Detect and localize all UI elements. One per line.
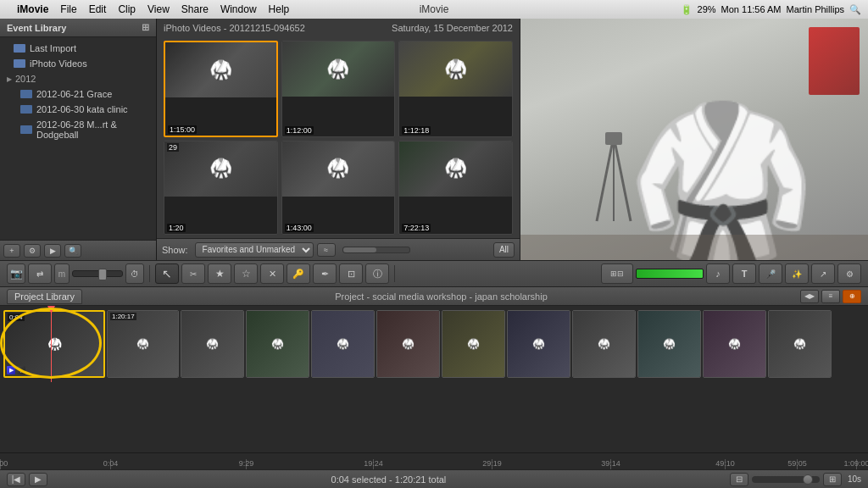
ruler-mark: 9:29 [246, 459, 247, 469]
library-item-iphoto[interactable]: iPhoto Videos [0, 56, 156, 71]
timeline-clip-10[interactable]: 🥋 [637, 310, 701, 378]
share-button[interactable]: ↗ [811, 263, 835, 284]
volume-slider[interactable] [342, 247, 410, 253]
grid-view-button[interactable]: ⊞⊟ [601, 263, 633, 284]
clock: Mon 11:56 AM [721, 4, 782, 14]
timeline-view-controls: ◀▶ ≡ ⊕ [800, 290, 861, 303]
star-tool[interactable]: ★ [208, 263, 231, 284]
zoom-out-button[interactable]: ⊟ [730, 473, 748, 486]
library-controls: + ⚙ ▶ 🔍 [0, 240, 156, 260]
music-button[interactable]: ♪ [706, 263, 730, 284]
key-tool[interactable]: 🔑 [287, 263, 310, 284]
event-icon-grace [20, 90, 32, 98]
audio-wave-button[interactable]: ≈ [317, 243, 336, 257]
menu-imovie[interactable]: iMovie [17, 3, 48, 15]
timeline-clip-3[interactable]: 🥋 [181, 310, 244, 378]
zoom-slider[interactable] [752, 476, 820, 483]
pointer-tool[interactable]: ↖ [155, 263, 179, 284]
view-btn-3[interactable]: ⊕ [843, 290, 861, 303]
ruler-label: 39:14 [601, 459, 620, 468]
play-button[interactable]: ▶ [44, 244, 61, 258]
ruler-label: 0:00 [0, 459, 8, 468]
event-library-panel: Event Library ⊞ Last Import iPhoto Video… [0, 19, 157, 260]
duration-button[interactable]: ⏱ [125, 263, 144, 284]
svg-line-0 [597, 136, 614, 221]
menu-clip[interactable]: Clip [118, 3, 136, 15]
timeline-clip-2[interactable]: 🥋 1:20:17 [107, 310, 179, 378]
settings-tool-button[interactable]: ⚙ [837, 263, 861, 284]
event-browser-panel: iPhoto Videos - 20121215-094652 Saturday… [157, 19, 520, 260]
event-icon-kata [20, 105, 32, 114]
preview-area: 🥋 [520, 19, 868, 260]
video-thumb-3[interactable]: 🥋 1:12:18 [398, 41, 513, 137]
text-button[interactable]: T [732, 263, 756, 284]
video-thumb-5[interactable]: 🥋 1:43:00 [281, 141, 396, 236]
video-thumb-6[interactable]: 🥋 7:22:13 [398, 141, 513, 236]
view-btn-1[interactable]: ◀▶ [800, 290, 819, 303]
timeline-clip-11[interactable]: 🥋 [703, 310, 766, 378]
menu-window[interactable]: Window [220, 3, 257, 15]
play-pause-button[interactable]: ▶ [29, 473, 47, 486]
video-thumb-4[interactable]: 🥋 1:20 29 [164, 141, 278, 236]
voiceover-button[interactable]: 🎤 [759, 263, 782, 284]
clip-time-2: 1:20:17 [110, 313, 136, 320]
timeline-clip-12[interactable]: 🥋 [768, 310, 832, 378]
thumb-time-3: 1:12:18 [402, 126, 431, 135]
trim-tool[interactable]: ✂ [181, 263, 205, 284]
timeline-clip-7[interactable]: 🥋 [442, 310, 505, 378]
thumb-time-1: 1:15:00 [168, 125, 197, 134]
event-browser-title: iPhoto Videos - 20121215-094652 [164, 23, 305, 33]
settings-button[interactable]: ⚙ [24, 244, 41, 258]
window-title: iMovie [420, 3, 449, 15]
top-section: Event Library ⊞ Last Import iPhoto Video… [0, 19, 868, 260]
battery-icon: 🔋 [681, 4, 693, 15]
library-item-kata[interactable]: 2012-06-30 kata clinic [0, 102, 156, 117]
project-title: Project - social media workshop - japan … [82, 291, 800, 302]
library-item-dodgeball[interactable]: 2012-06-28 M...rt & Dodgeball [0, 117, 156, 142]
go-to-start-button[interactable]: |◀ [7, 473, 25, 486]
search-icon[interactable]: 🔍 [849, 4, 861, 15]
ruler-label: 1:09:00 [843, 459, 868, 468]
effect-button[interactable]: ✨ [785, 263, 809, 284]
video-thumb-2[interactable]: 🥋 1:12:00 [281, 41, 396, 137]
timeline-clip-1[interactable]: 🥋 0:04 ▶ ♪ [3, 310, 105, 378]
speed-slider[interactable] [72, 270, 123, 277]
timeline-clip-8[interactable]: 🥋 [507, 310, 570, 378]
menu-file[interactable]: File [60, 3, 76, 15]
playhead[interactable] [51, 306, 52, 382]
add-event-button[interactable]: + [3, 244, 20, 258]
timeline-clip-4[interactable]: 🥋 [246, 310, 309, 378]
star-empty-tool[interactable]: ☆ [234, 263, 258, 284]
all-button[interactable]: All [493, 242, 515, 258]
zoom-controls: ⊟ ⊞ 10s [730, 473, 861, 486]
reject-tool[interactable]: ✕ [260, 263, 284, 284]
timeline-clip-5[interactable]: 🥋 [311, 310, 375, 378]
library-section-2012[interactable]: ▶ 2012 [0, 71, 156, 86]
zoom-handle[interactable] [803, 474, 813, 485]
playback-controls: |◀ ▶ [7, 473, 47, 486]
menu-share[interactable]: Share [181, 3, 209, 15]
library-item-grace[interactable]: 2012-06-21 Grace [0, 86, 156, 102]
timeline-clip-6[interactable]: 🥋 [376, 310, 440, 378]
search-small-button[interactable]: 🔍 [64, 244, 81, 258]
zoom-in-button[interactable]: ⊞ [823, 473, 842, 486]
menu-edit[interactable]: Edit [89, 3, 107, 15]
video-thumb-1[interactable]: 🥋 1:15:00 [164, 41, 278, 137]
library-item-last-import[interactable]: Last Import [0, 41, 156, 56]
view-btn-2[interactable]: ≡ [821, 290, 840, 303]
menu-view[interactable]: View [147, 3, 170, 15]
ruler-label: 49:10 [715, 459, 735, 468]
project-library-tab[interactable]: Project Library [7, 289, 82, 304]
event-library-expand-icon[interactable]: ⊞ [142, 22, 149, 33]
menu-help[interactable]: Help [269, 3, 290, 15]
timeline-clip-9[interactable]: 🥋 [572, 310, 636, 378]
filter-select[interactable]: Favorites and Unmarked [195, 242, 314, 258]
info-tool[interactable]: ⓘ [365, 263, 389, 284]
camera-button[interactable]: 📷 [7, 263, 25, 284]
crop-tool[interactable]: ⊡ [339, 263, 363, 284]
timeline-track-container[interactable]: Created: Saturday, 15 December 2012 7:28… [0, 306, 868, 452]
ruler-mark: 39:14 [610, 459, 611, 469]
event-library-header: Event Library ⊞ [0, 19, 156, 37]
swap-button[interactable]: ⇄ [28, 263, 52, 284]
eyedropper-tool[interactable]: ✒ [313, 263, 337, 284]
